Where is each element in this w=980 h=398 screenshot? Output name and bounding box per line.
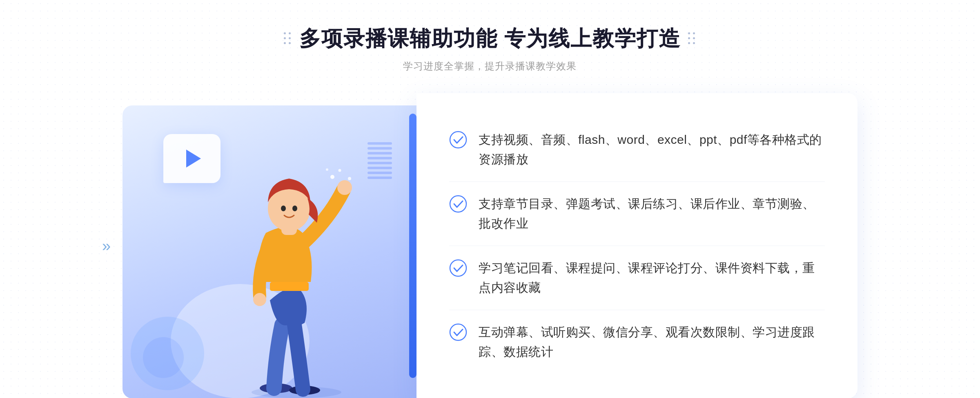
check-icon-3 bbox=[449, 259, 467, 277]
page-wrapper: 多项录播课辅助功能 专为线上教学打造 学习进度全掌握，提升录播课教学效果 bbox=[0, 0, 980, 398]
blue-bar bbox=[409, 114, 416, 378]
page-subtitle: 学习进度全掌握，提升录播课教学效果 bbox=[284, 60, 696, 73]
feature-item-4: 互动弹幕、试听购买、微信分享、观看次数限制、学习进度跟踪、数据统计 bbox=[449, 310, 825, 374]
title-row: 多项录播课辅助功能 专为线上教学打造 bbox=[284, 25, 696, 53]
play-icon bbox=[186, 150, 201, 168]
deco-circle-small bbox=[143, 337, 184, 378]
left-dot-grid bbox=[284, 32, 292, 45]
feature-text-1: 支持视频、音频、flash、word、excel、ppt、pdf等各种格式的资源… bbox=[479, 130, 825, 169]
svg-point-11 bbox=[339, 169, 341, 172]
svg-point-10 bbox=[330, 175, 334, 179]
illustration-area: » bbox=[122, 93, 416, 398]
check-icon-1 bbox=[449, 131, 467, 149]
person-figure bbox=[223, 161, 378, 398]
svg-point-9 bbox=[292, 206, 297, 211]
right-dot-grid bbox=[688, 32, 696, 45]
svg-point-4 bbox=[253, 293, 266, 306]
svg-point-12 bbox=[326, 168, 328, 171]
feature-text-2: 支持章节目录、弹题考试、课后练习、课后作业、章节测验、批改作业 bbox=[479, 194, 825, 233]
svg-rect-3 bbox=[270, 282, 309, 291]
feature-item-1: 支持视频、音频、flash、word、excel、ppt、pdf等各种格式的资源… bbox=[449, 118, 825, 182]
content-section: » 支持视频、音频、flash、word、excel、ppt、pdf等各种格式的… bbox=[122, 93, 858, 398]
svg-point-14 bbox=[450, 132, 466, 148]
svg-point-16 bbox=[450, 260, 466, 276]
feature-text-3: 学习笔记回看、课程提问、课程评论打分、课件资料下载，重点内容收藏 bbox=[479, 258, 825, 297]
svg-point-17 bbox=[450, 324, 466, 340]
header-section: 多项录播课辅助功能 专为线上教学打造 学习进度全掌握，提升录播课教学效果 bbox=[284, 25, 696, 73]
feature-text-4: 互动弹幕、试听购买、微信分享、观看次数限制、学习进度跟踪、数据统计 bbox=[479, 322, 825, 362]
svg-point-15 bbox=[450, 196, 466, 212]
play-bubble bbox=[163, 134, 220, 183]
features-card: 支持视频、音频、flash、word、excel、ppt、pdf等各种格式的资源… bbox=[416, 93, 858, 398]
left-chevrons: » bbox=[102, 237, 111, 255]
svg-point-13 bbox=[348, 177, 351, 180]
svg-point-8 bbox=[281, 206, 286, 211]
svg-point-5 bbox=[337, 180, 352, 195]
chevron-double-icon: » bbox=[102, 237, 111, 255]
feature-item-3: 学习笔记回看、课程提问、课程评论打分、课件资料下载，重点内容收藏 bbox=[449, 246, 825, 310]
page-title: 多项录播课辅助功能 专为线上教学打造 bbox=[299, 25, 681, 53]
check-icon-2 bbox=[449, 195, 467, 213]
feature-item-2: 支持章节目录、弹题考试、课后练习、课后作业、章节测验、批改作业 bbox=[449, 182, 825, 246]
check-icon-4 bbox=[449, 323, 467, 341]
